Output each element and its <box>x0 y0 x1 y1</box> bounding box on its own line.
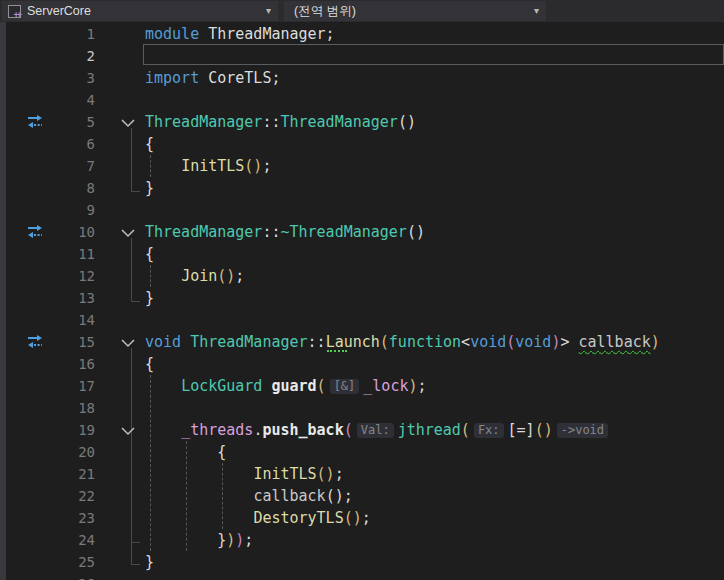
code-line[interactable]: 22 callback(); <box>0 485 724 507</box>
code-line-text: InitTLS(); <box>145 155 271 177</box>
code-token: ~ThreadManager <box>280 223 406 241</box>
code-line[interactable]: 24 })); <box>0 529 724 551</box>
line-number[interactable]: 1 <box>50 23 95 45</box>
code-line[interactable]: 17 LockGuard guard([&]_lock); <box>0 375 724 397</box>
code-line[interactable]: 16{ <box>0 353 724 375</box>
line-number[interactable]: 14 <box>50 309 95 331</box>
line-number[interactable]: 6 <box>50 133 95 155</box>
line-number[interactable]: 7 <box>50 155 95 177</box>
code-line-text: callback(); <box>145 485 353 507</box>
code-token: LockGuard <box>181 377 271 395</box>
code-token: ( <box>380 333 389 351</box>
code-line[interactable]: 5ThreadManager::ThreadManager() <box>0 111 724 133</box>
line-number[interactable]: 12 <box>50 265 95 287</box>
line-number[interactable]: 17 <box>50 375 95 397</box>
line-number[interactable]: 2 <box>50 45 95 67</box>
code-line-text: _threads.push_back(Val:jthread(Fx:[=]()-… <box>145 419 612 441</box>
chevron-down-icon: ▾ <box>534 5 539 16</box>
references-margin-icon[interactable] <box>26 224 44 239</box>
code-line[interactable]: 21 InitTLS(); <box>0 463 724 485</box>
line-number[interactable]: 24 <box>50 529 95 551</box>
code-line[interactable]: 12 Join(); <box>0 265 724 287</box>
code-line-text: DestoryTLS(); <box>145 507 371 529</box>
code-token: { <box>145 443 226 461</box>
code-token <box>145 487 253 505</box>
code-line-text: ThreadManager::~ThreadManager() <box>145 221 425 243</box>
code-line[interactable]: 7 InitTLS(); <box>0 155 724 177</box>
line-number[interactable]: 23 <box>50 507 95 529</box>
code-token: > <box>560 333 578 351</box>
code-line[interactable]: 4 <box>0 89 724 111</box>
inlay-hint[interactable]: Fx: <box>474 423 504 438</box>
code-line[interactable]: 11{ <box>0 243 724 265</box>
code-line-text: })); <box>145 529 253 551</box>
code-line[interactable]: 23 DestoryTLS(); <box>0 507 724 529</box>
line-number[interactable]: 18 <box>50 397 95 419</box>
code-line[interactable]: 2 <box>0 45 724 67</box>
code-line[interactable]: 19 _threads.push_back(Val:jthread(Fx:[=]… <box>0 419 724 441</box>
code-line[interactable]: 13} <box>0 287 724 309</box>
code-token: ) <box>651 333 660 351</box>
code-area[interactable]: 1module ThreadManager;23import CoreTLS;4… <box>0 23 724 580</box>
code-line[interactable]: 6{ <box>0 133 724 155</box>
code-line[interactable]: 15void ThreadManager::Launch(function<vo… <box>0 331 724 353</box>
code-line[interactable]: 18 <box>0 397 724 419</box>
code-token: import <box>145 69 208 87</box>
inlay-hint[interactable]: [&] <box>330 379 360 394</box>
code-token <box>145 157 181 175</box>
code-line[interactable]: 9 <box>0 199 724 221</box>
code-line[interactable]: 3import CoreTLS; <box>0 67 724 89</box>
code-token <box>145 465 253 483</box>
project-dropdown[interactable]: ++ ServerCore ▾ <box>2 1 278 21</box>
fold-chevron-icon[interactable] <box>120 335 136 349</box>
line-number[interactable]: 19 <box>50 419 95 441</box>
line-number[interactable]: 8 <box>50 177 95 199</box>
references-margin-icon[interactable] <box>26 114 44 129</box>
line-number[interactable]: 16 <box>50 353 95 375</box>
code-line-text: module ThreadManager; <box>145 23 335 45</box>
line-number[interactable]: 13 <box>50 287 95 309</box>
code-line[interactable]: 8} <box>0 177 724 199</box>
code-line[interactable]: 25} <box>0 551 724 573</box>
code-line-text: void ThreadManager::Launch(function<void… <box>145 331 660 353</box>
line-number[interactable]: 26 <box>50 573 95 580</box>
references-margin-icon[interactable] <box>26 334 44 349</box>
code-line-text: } <box>145 551 154 573</box>
code-token: Launch <box>326 333 380 351</box>
line-number[interactable]: 3 <box>50 67 95 89</box>
line-number[interactable]: 10 <box>50 221 95 243</box>
fold-chevron-icon[interactable] <box>120 115 136 129</box>
code-line[interactable]: 1module ThreadManager; <box>0 23 724 45</box>
code-token: } <box>145 553 154 571</box>
code-token: () <box>244 157 262 175</box>
code-token: ( <box>344 421 353 439</box>
code-token: ; <box>362 509 371 527</box>
code-line[interactable]: 20 { <box>0 441 724 463</box>
code-token: ; <box>418 377 427 395</box>
line-number[interactable]: 11 <box>50 243 95 265</box>
fold-chevron-icon[interactable] <box>120 225 136 239</box>
code-token <box>145 267 181 285</box>
inlay-hint[interactable]: ->void <box>557 423 608 438</box>
line-number[interactable]: 25 <box>50 551 95 573</box>
code-line-text: { <box>145 441 226 463</box>
line-number[interactable]: 5 <box>50 111 95 133</box>
code-token: ; <box>244 531 253 549</box>
scope-dropdown[interactable]: (전역 범위) ▾ <box>284 1 546 21</box>
code-line[interactable]: 14 <box>0 309 724 331</box>
line-number[interactable]: 4 <box>50 89 95 111</box>
line-number[interactable]: 22 <box>50 485 95 507</box>
inlay-hint[interactable]: Val: <box>357 423 394 438</box>
chevron-down-icon: ▾ <box>266 5 271 16</box>
code-line[interactable]: 10ThreadManager::~ThreadManager() <box>0 221 724 243</box>
line-number[interactable]: 20 <box>50 441 95 463</box>
code-token: ThreadManager <box>190 333 307 351</box>
code-token: ; <box>335 465 344 483</box>
line-number[interactable]: 15 <box>50 331 95 353</box>
code-line[interactable]: 26 <box>0 573 724 580</box>
line-number[interactable]: 9 <box>50 199 95 221</box>
code-token: void <box>515 333 551 351</box>
line-number[interactable]: 21 <box>50 463 95 485</box>
code-token: () <box>407 223 425 241</box>
fold-chevron-icon[interactable] <box>120 423 136 437</box>
